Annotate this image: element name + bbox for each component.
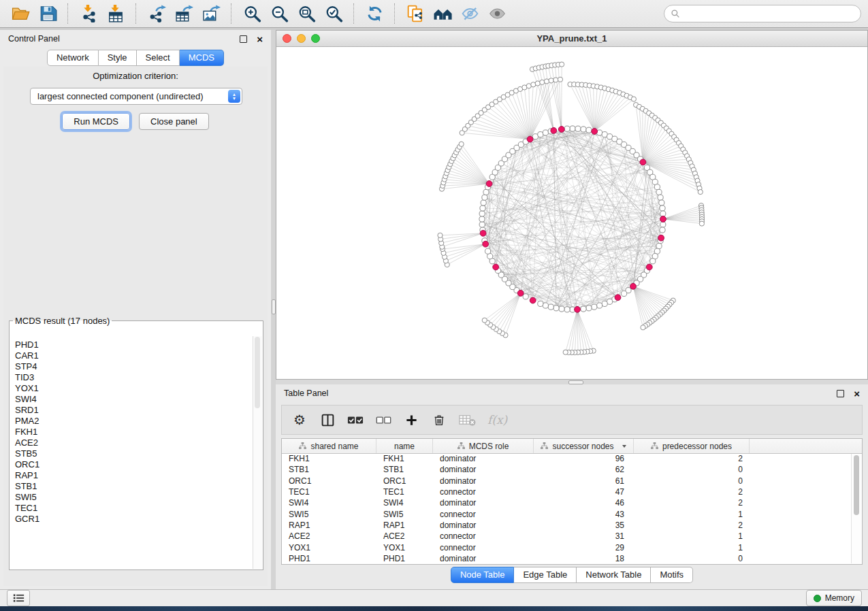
import-network-button[interactable]	[77, 3, 100, 24]
cell-mcds_role: connector	[433, 510, 534, 519]
hide-graphics-details-button[interactable]	[458, 3, 481, 24]
first-neighbors-button[interactable]	[431, 3, 454, 24]
zoom-selected-button[interactable]	[322, 3, 345, 24]
save-session-button[interactable]	[36, 3, 59, 24]
desktop-background	[0, 606, 868, 611]
table-row[interactable]: YOX1YOX1connector291	[282, 542, 851, 552]
delete-columns-button[interactable]	[431, 410, 447, 429]
table-row[interactable]: ORC1ORC1dominator610	[282, 476, 851, 486]
close-window-icon[interactable]	[283, 34, 291, 43]
mcds-result-item[interactable]: PMA2	[15, 416, 253, 427]
column-header-predecessor-nodes[interactable]: predecessor nodes	[634, 439, 750, 453]
refresh-view-button[interactable]	[363, 3, 386, 24]
export-table-button[interactable]	[172, 3, 195, 24]
show-graphics-details-button[interactable]	[485, 3, 509, 24]
cell-predecessor_nodes: 0	[634, 554, 750, 563]
search-input[interactable]	[684, 8, 854, 20]
network-window-titlebar: YPA_prune.txt_1	[276, 31, 867, 47]
create-column-button[interactable]	[403, 410, 419, 429]
mcds-result-item[interactable]: RAP1	[15, 470, 253, 481]
duplicate-network-button[interactable]	[404, 3, 427, 24]
minimize-window-icon[interactable]	[297, 34, 306, 43]
close-panel-button[interactable]: Close panel	[139, 113, 209, 130]
table-row[interactable]: SWI4SWI4dominator462	[282, 497, 851, 508]
maximize-window-icon[interactable]	[311, 34, 320, 43]
mcds-result-item[interactable]: CAR1	[15, 350, 253, 361]
close-panel-icon[interactable]: ×	[257, 34, 263, 44]
task-history-button[interactable]	[7, 590, 30, 606]
table-row[interactable]: SWI5SWI5connector431	[282, 508, 851, 519]
mcds-scrollbar-thumb[interactable]	[255, 337, 260, 408]
table-row[interactable]: STB1STB1dominator620	[282, 464, 851, 475]
zoom-fit-button[interactable]	[295, 3, 318, 24]
column-header-successor-nodes[interactable]: successor nodes	[534, 439, 634, 453]
column-header-name[interactable]: name	[376, 439, 433, 453]
table-scrollbar-thumb[interactable]	[854, 455, 859, 515]
tab-network[interactable]: Network	[47, 50, 99, 66]
toggle-columns-button[interactable]	[319, 410, 336, 429]
mcds-result-item[interactable]: GCR1	[15, 514, 253, 525]
dropdown-stepper-icon: ▲▼	[228, 90, 240, 103]
table-scrollbar[interactable]	[851, 454, 861, 563]
tab-network-table[interactable]: Network Table	[577, 567, 651, 583]
tab-node-table[interactable]: Node Table	[451, 567, 515, 583]
mcds-result-item[interactable]: SRD1	[15, 405, 253, 416]
mcds-result-item[interactable]: ORC1	[15, 459, 253, 470]
mcds-list-scrollbar[interactable]	[253, 336, 262, 569]
column-header-shared-name[interactable]: shared name	[282, 439, 376, 453]
mcds-result-list[interactable]: PHD1CAR1STP4TID3YOX1SWI4SRD1PMA2FKH1ACE2…	[10, 337, 253, 569]
table-settings-button[interactable]: ⚙	[291, 410, 308, 429]
export-image-button[interactable]	[199, 3, 223, 24]
memory-button[interactable]: Memory	[806, 590, 862, 606]
open-file-button[interactable]	[9, 3, 32, 24]
float-panel-icon[interactable]	[240, 35, 247, 43]
deselect-all-rows-button[interactable]	[375, 410, 391, 429]
list-icon	[13, 593, 25, 603]
mcds-result-item[interactable]: SWI5	[15, 492, 253, 503]
table-body: FKH1FKH1dominator962STB1STB1dominator620…	[282, 453, 851, 564]
mcds-result-item[interactable]: STB1	[15, 481, 253, 492]
optimization-criterion-value: largest connected component (undirected)	[37, 91, 228, 101]
mcds-result-item[interactable]: YOX1	[15, 383, 253, 394]
import-table-button[interactable]	[104, 3, 127, 24]
tab-edge-table[interactable]: Edge Table	[514, 567, 577, 583]
column-header-filler	[750, 439, 862, 453]
mcds-result-item[interactable]: FKH1	[15, 427, 253, 437]
table-row[interactable]: ACE2ACE2connector311	[282, 531, 851, 542]
zoom-in-button[interactable]	[240, 3, 263, 24]
network-canvas[interactable]	[276, 47, 867, 380]
tab-motifs[interactable]: Motifs	[651, 567, 693, 583]
tab-select[interactable]: Select	[137, 50, 180, 66]
optimization-criterion-select[interactable]: largest connected component (undirected)…	[30, 88, 242, 105]
mcds-result-item[interactable]: ACE2	[15, 437, 253, 448]
run-mcds-button[interactable]: Run MCDS	[62, 113, 130, 130]
mcds-result-item[interactable]: TEC1	[15, 503, 253, 514]
search-box[interactable]	[664, 5, 861, 22]
table-row[interactable]: RAP1RAP1dominator352	[282, 520, 851, 531]
select-all-rows-button[interactable]	[347, 410, 364, 429]
table-row[interactable]: TEC1TEC1connector472	[282, 486, 851, 497]
cell-shared_name: TEC1	[282, 487, 376, 497]
column-menu-chevron-icon[interactable]	[622, 445, 626, 448]
control-panel-tabs: NetworkStyleSelectMCDS	[0, 50, 271, 66]
tab-mcds[interactable]: MCDS	[180, 50, 224, 66]
mcds-result-item[interactable]: PHD1	[15, 340, 253, 350]
cell-shared_name: YOX1	[282, 543, 376, 552]
table-panel-title: Table Panel	[284, 389, 837, 398]
tab-style[interactable]: Style	[99, 50, 137, 66]
vertical-splitter[interactable]	[271, 30, 276, 589]
mcds-result-item[interactable]: SWI4	[15, 394, 253, 405]
horizontal-splitter[interactable]	[276, 380, 868, 384]
mcds-result-item[interactable]: TID3	[15, 372, 253, 383]
table-row[interactable]: PHD1PHD1dominator180	[282, 553, 851, 564]
float-table-panel-icon[interactable]	[837, 390, 844, 397]
column-header-MCDS-role[interactable]: MCDS role	[433, 439, 534, 453]
node-table: shared namenameMCDS rolesuccessor nodesp…	[281, 438, 863, 565]
cell-name: STB1	[376, 465, 433, 474]
export-network-button[interactable]	[145, 3, 168, 24]
close-table-panel-icon[interactable]: ×	[854, 389, 860, 399]
mcds-result-item[interactable]: STP4	[15, 361, 253, 372]
table-row[interactable]: FKH1FKH1dominator962	[282, 453, 851, 464]
zoom-out-button[interactable]	[268, 3, 291, 24]
mcds-result-item[interactable]: STB5	[15, 448, 253, 459]
